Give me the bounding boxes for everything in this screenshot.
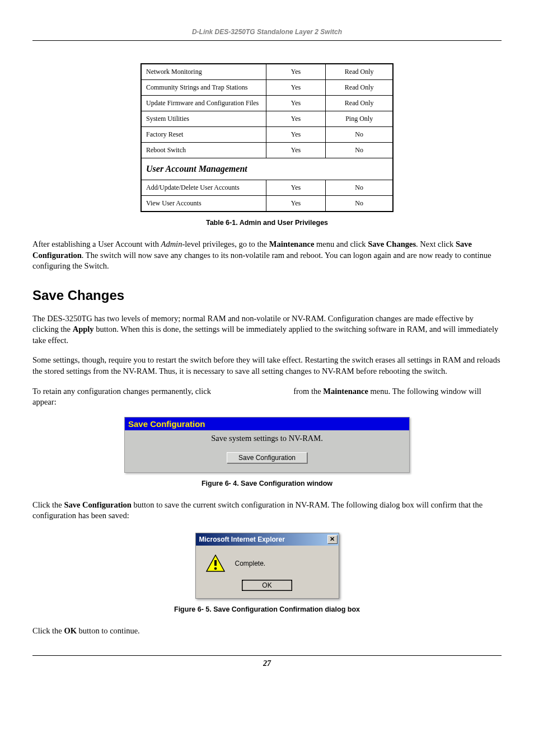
cell: Yes — [266, 64, 326, 80]
text: After establishing a User Account with — [32, 240, 161, 248]
page-header: D-Link DES-3250TG Standalone Layer 2 Swi… — [32, 28, 502, 41]
paragraph-des3250: The DES-3250TG has two levels of memory;… — [32, 313, 502, 346]
dialog-message: Complete. — [235, 560, 266, 567]
cell: Reboot Switch — [141, 143, 266, 158]
table-row: Community Strings and Trap StationsYesRe… — [141, 80, 393, 96]
text-bold: Maintenance — [269, 240, 315, 248]
dialog-titlebar: Microsoft Internet Explorer ✕ — [196, 533, 339, 546]
warning-icon — [206, 555, 225, 572]
paragraph-retain: To retain any configuration changes perm… — [32, 386, 502, 408]
text: . Next click — [416, 240, 456, 248]
cell: Update Firmware and Configuration Files — [141, 96, 266, 111]
close-icon[interactable]: ✕ — [327, 535, 338, 544]
text-bold: Save Configuration — [64, 500, 131, 509]
svg-point-2 — [214, 567, 217, 570]
figure-caption-6-5: Figure 6- 5. Save Configuration Confirma… — [32, 605, 502, 613]
table-row: Add/Update/Delete User AccountsYesNo — [141, 180, 393, 196]
table-row: System UtilitiesYesPing Only — [141, 111, 393, 127]
cell: Read Only — [326, 80, 393, 96]
text: Click the — [32, 626, 64, 635]
save-configuration-button[interactable]: Save Configuration — [227, 452, 307, 463]
table-row: Factory ResetYesNo — [141, 127, 393, 143]
cell: Ping Only — [326, 111, 393, 127]
cell: Yes — [266, 111, 326, 127]
text-bold: OK — [64, 626, 77, 635]
cell: Yes — [266, 127, 326, 143]
section-header-row: User Account Management — [141, 158, 393, 180]
confirmation-dialog: Microsoft Internet Explorer ✕ Complete. … — [195, 533, 339, 599]
text: . The switch will now save any changes t… — [32, 251, 491, 271]
cell: Yes — [266, 143, 326, 158]
paragraph-click-savecfg: Click the Save Configuration button to s… — [32, 500, 502, 522]
text: To retain any configuration changes perm… — [32, 387, 213, 396]
cell: Read Only — [326, 96, 393, 111]
text: -level privileges, go to the — [182, 240, 269, 248]
cell: No — [326, 143, 393, 158]
svg-rect-1 — [214, 560, 217, 566]
ok-button[interactable]: OK — [242, 580, 291, 590]
dialog-title: Microsoft Internet Explorer — [199, 536, 285, 543]
text-italic: Admin — [161, 240, 182, 248]
cell: Factory Reset — [141, 127, 266, 143]
table-caption: Table 6-1. Admin and User Privileges — [32, 219, 502, 227]
section-header: User Account Management — [141, 158, 393, 180]
cell: No — [326, 180, 393, 196]
paragraph-some-settings: Some settings, though, require you to re… — [32, 355, 502, 377]
page-number: 27 — [263, 659, 271, 668]
cell: View User Accounts — [141, 196, 266, 212]
page-footer: 27 — [32, 655, 502, 668]
cell: No — [326, 127, 393, 143]
save-configuration-title: Save Configuration — [125, 417, 409, 430]
text-bold: Maintenance — [323, 387, 368, 396]
cell: Yes — [266, 80, 326, 96]
text-bold: Save Changes — [368, 240, 416, 248]
save-configuration-message: Save system settings to NV-RAM. — [125, 434, 409, 443]
cell: Network Monitoring — [141, 64, 266, 80]
cell: Community Strings and Trap Stations — [141, 80, 266, 96]
cell: Yes — [266, 196, 326, 212]
text: menu and click — [314, 240, 368, 248]
privileges-table: Network MonitoringYesRead Only Community… — [140, 63, 394, 212]
cell: No — [326, 196, 393, 212]
table-row: View User AccountsYesNo — [141, 196, 393, 212]
cell: Yes — [266, 180, 326, 196]
table-row: Reboot SwitchYesNo — [141, 143, 393, 158]
cell: Read Only — [326, 64, 393, 80]
text: button. When this is done, the settings … — [32, 325, 498, 345]
save-configuration-window: Save Configuration Save system settings … — [124, 417, 410, 473]
table-row: Network MonitoringYesRead Only — [141, 64, 393, 80]
cell: Add/Update/Delete User Accounts — [141, 180, 266, 196]
text-bold: Apply — [73, 325, 94, 334]
heading-save-changes: Save Changes — [32, 288, 502, 303]
cell: System Utilities — [141, 111, 266, 127]
figure-caption-6-4: Figure 6- 4. Save Configuration window — [32, 480, 502, 487]
paragraph-after-establishing: After establishing a User Account with A… — [32, 239, 502, 272]
text: Click the — [32, 500, 64, 509]
text: from the — [293, 387, 323, 396]
paragraph-click-ok: Click the OK button to continue. — [32, 626, 502, 637]
text: button to continue. — [77, 626, 140, 635]
table-row: Update Firmware and Configuration FilesY… — [141, 96, 393, 111]
cell: Yes — [266, 96, 326, 111]
